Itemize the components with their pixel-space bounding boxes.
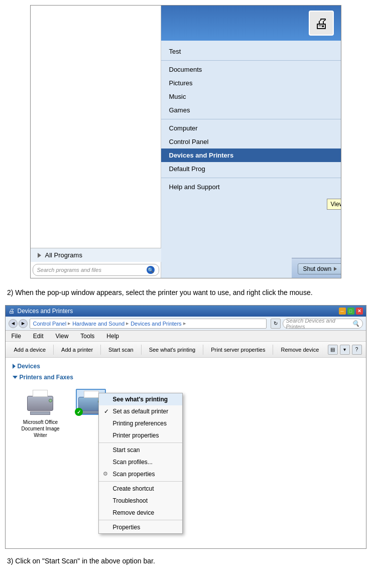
start-item-devices-printers[interactable]: Devices and Printers: [161, 149, 341, 162]
ctx-properties[interactable]: Properties: [99, 521, 182, 533]
instruction-2: 3) Click on "Start Scan" in the above op…: [7, 557, 364, 565]
nav-buttons: ◀ ▶: [9, 319, 28, 328]
window-title: Devices and Printers: [18, 308, 73, 315]
search-box[interactable]: Search programs and files 🔍: [33, 264, 159, 276]
search-field[interactable]: Search Devices and Printers 🔍: [283, 319, 363, 329]
printer-body-shape: [27, 396, 53, 411]
see-whats-printing-button[interactable]: See what's printing: [145, 344, 200, 355]
maximize-button[interactable]: □: [347, 308, 354, 315]
start-item-documents[interactable]: Documents: [161, 63, 341, 76]
all-programs-label: All Programs: [45, 251, 82, 259]
ctx-printer-props[interactable]: Printer properties: [99, 429, 182, 442]
context-menu: See what's printing Set as default print…: [98, 393, 183, 534]
divider: [161, 60, 341, 61]
start-item-control-panel[interactable]: Control Panel: [161, 135, 341, 149]
menu-file[interactable]: File: [10, 332, 23, 341]
default-printer-badge: ✓: [75, 408, 83, 416]
add-printer-button[interactable]: Add a printer: [57, 344, 97, 355]
printer-grid: Microsoft OfficeDocument ImageWriter ✓: [13, 384, 359, 443]
printer-label-1: Microsoft OfficeDocument ImageWriter: [21, 419, 59, 438]
ctx-scan-props[interactable]: Scan properties: [99, 468, 182, 480]
printers-section-header: Printers and Faxes: [13, 374, 359, 381]
help-icon-button[interactable]: ?: [352, 345, 362, 355]
devices-section-label: Devices: [18, 363, 40, 370]
divider: [161, 178, 341, 178]
view-toggle-button[interactable]: ▤: [328, 345, 338, 355]
address-path[interactable]: Control Panel ▸ Hardware and Sound ▸ Dev…: [30, 319, 267, 329]
refresh-button[interactable]: ↻: [271, 319, 281, 329]
all-programs-area[interactable]: All Programs: [31, 248, 161, 262]
menu-edit[interactable]: Edit: [31, 332, 46, 341]
ctx-see-whats-printing[interactable]: See what's printing: [99, 393, 182, 405]
ctx-start-scan[interactable]: Start scan: [99, 444, 182, 456]
start-item-default-prog[interactable]: Default Prog: [161, 162, 341, 176]
ctx-remove-device[interactable]: Remove device: [99, 507, 182, 519]
start-menu-screenshot: All Programs Search programs and files 🔍…: [30, 5, 341, 278]
divider: [161, 119, 341, 119]
shutdown-arrow-icon: [334, 267, 337, 271]
title-bar: 🖨 Devices and Printers ─ □ ✕: [6, 306, 366, 317]
expand-icon: [13, 364, 16, 369]
menu-help[interactable]: Help: [104, 332, 121, 341]
shutdown-label: Shut down: [303, 265, 332, 272]
printer-label-2: [90, 419, 91, 425]
start-menu-right-panel: 🖨 Test Documents Pictures Music Games Co…: [161, 6, 341, 278]
printer-item-1[interactable]: Microsoft OfficeDocument ImageWriter: [21, 388, 61, 438]
menu-view[interactable]: View: [54, 332, 71, 341]
forward-button[interactable]: ▶: [19, 319, 28, 328]
path-control-panel: Control Panel: [33, 321, 67, 327]
user-area: 🖨: [161, 6, 341, 41]
minimize-button[interactable]: ─: [339, 308, 346, 315]
close-button[interactable]: ✕: [356, 308, 363, 315]
shutdown-button[interactable]: Shut down: [298, 263, 341, 274]
ctx-troubleshoot[interactable]: Troubleshoot: [99, 495, 182, 507]
printer-paper-top: [33, 390, 48, 397]
devices-section-header: Devices: [13, 363, 359, 370]
printers-section-label: Printers and Faxes: [20, 374, 73, 381]
back-button[interactable]: ◀: [9, 319, 18, 328]
start-item-computer[interactable]: Computer: [161, 121, 341, 135]
triangle-icon: [38, 253, 41, 258]
printer-icon-1: [25, 388, 57, 416]
start-menu-items: Test Documents Pictures Music Games Comp…: [161, 41, 341, 198]
address-bar: ◀ ▶ Control Panel ▸ Hardware and Sound ▸…: [6, 317, 366, 331]
address-extras: ↻: [271, 319, 281, 329]
search-icon[interactable]: 🔍: [147, 266, 155, 274]
toolbar: Add a device Add a printer Start scan Se…: [6, 342, 366, 358]
start-item-pictures[interactable]: Pictures: [161, 76, 341, 90]
print-server-props-button[interactable]: Print server properties: [206, 344, 270, 355]
shutdown-bar: Shut down: [292, 258, 341, 278]
add-device-button[interactable]: Add a device: [10, 344, 51, 355]
start-item-games[interactable]: Games: [161, 103, 341, 117]
remove-device-button[interactable]: Remove device: [276, 344, 323, 355]
printer-light: [49, 399, 52, 402]
start-item-help[interactable]: Help and Support: [161, 180, 341, 194]
toolbar-separator: [100, 345, 101, 355]
ctx-printing-prefs[interactable]: Printing preferences: [99, 417, 182, 429]
search-placeholder: Search programs and files: [37, 267, 101, 273]
collapse-icon: [13, 376, 18, 379]
start-item-test[interactable]: Test: [161, 45, 341, 58]
toolbar-separator: [203, 345, 203, 355]
title-bar-controls: ─ □ ✕: [339, 308, 363, 315]
printer-svg-1: [26, 389, 56, 415]
printer-item-2[interactable]: ✓ See what's printing Set as default pri…: [71, 388, 111, 438]
toolbar-separator: [141, 345, 142, 355]
ctx-scan-profiles[interactable]: Scan profiles...: [99, 456, 182, 468]
start-scan-button[interactable]: Start scan: [104, 344, 138, 355]
toolbar-right: ▤ ▾ ?: [328, 345, 362, 355]
start-menu-left-panel: [31, 6, 161, 278]
toolbar-separator: [273, 345, 273, 355]
search-icon: 🔍: [352, 320, 359, 327]
ctx-set-default[interactable]: Set as default printer: [99, 405, 182, 417]
menu-bar: File Edit View Tools Help: [6, 331, 366, 342]
menu-tools[interactable]: Tools: [78, 332, 96, 341]
view-dropdown-button[interactable]: ▾: [340, 345, 350, 355]
path-hardware: Hardware and Sound: [72, 321, 125, 327]
user-avatar: 🖨: [309, 11, 334, 36]
toolbar-separator: [53, 345, 54, 355]
ctx-create-shortcut[interactable]: Create shortcut: [99, 483, 182, 495]
printer-paper-bottom: [30, 411, 50, 415]
start-item-music[interactable]: Music: [161, 90, 341, 103]
printer-paper-top-2: [84, 391, 99, 398]
